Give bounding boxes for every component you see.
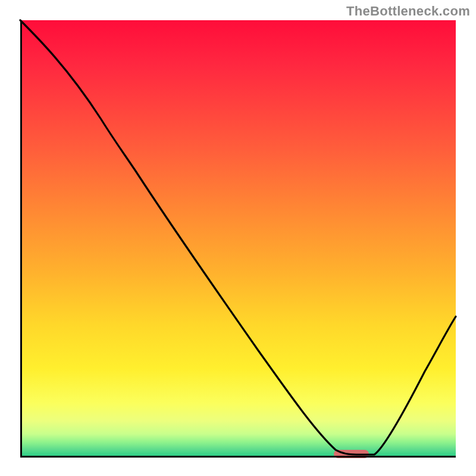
bottleneck-curve-svg	[20, 20, 456, 456]
chart-canvas: TheBottleneck.com	[0, 0, 476, 476]
bottleneck-curve-path	[20, 20, 456, 455]
watermark-text: TheBottleneck.com	[346, 4, 470, 19]
y-axis	[20, 20, 22, 456]
x-axis	[20, 456, 456, 458]
